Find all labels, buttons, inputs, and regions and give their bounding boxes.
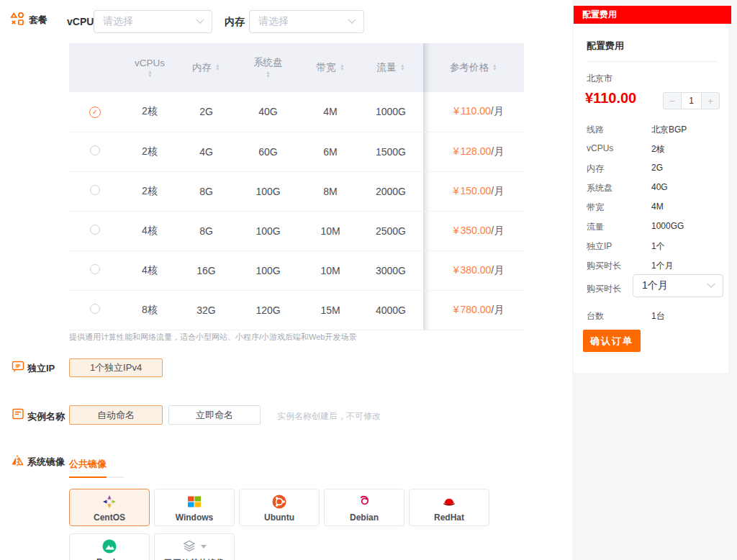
plan-memory: 2G — [178, 92, 234, 132]
summary-key: 流量 — [587, 221, 651, 233]
plan-price: ¥128.00/月 — [423, 132, 524, 171]
summary-value: 1000GG — [651, 221, 684, 233]
plan-cpu: 4核 — [121, 250, 178, 290]
plan-traffic: 1000G — [358, 92, 423, 132]
memory-filter-label: 内存 — [225, 16, 245, 29]
summary-value: 2核 — [651, 143, 665, 155]
instance-name-hint: 实例名称创建后，不可修改 — [277, 410, 381, 423]
summary-row: 流量 1000GG — [587, 221, 718, 233]
vcpu-filter-select[interactable]: 请选择 — [94, 10, 212, 33]
memory-filter-placeholder: 请选择 — [258, 15, 289, 28]
rocky-logo-icon — [101, 538, 117, 554]
os-card-ubuntu[interactable]: Ubuntu — [239, 489, 320, 526]
plan-row[interactable]: 4核 8G 100G 10M 2500G ¥350.00/月 — [69, 211, 524, 250]
summary-row: vCPUs 2核 — [587, 143, 718, 155]
plan-row[interactable]: ✓ 2核 2G 40G 4M 1000G ¥110.00/月 — [69, 92, 524, 132]
duration-select[interactable]: 1个月 — [633, 274, 723, 297]
chevron-down-icon — [348, 16, 356, 24]
plan-traffic: 1500G — [358, 132, 423, 171]
ip-option-button[interactable]: 1个独立IPv4 — [69, 358, 163, 377]
plan-row[interactable]: 8核 32G 120G 15M 4000G ¥780.00/月 — [69, 290, 524, 330]
radio-icon[interactable] — [90, 304, 100, 314]
plan-memory: 16G — [178, 250, 234, 290]
plan-bandwidth: 10M — [302, 250, 358, 290]
redhat-logo-icon — [441, 494, 457, 510]
plan-bandwidth: 10M — [302, 211, 358, 250]
confirm-order-button[interactable]: 确认订单 — [583, 330, 641, 352]
instance-name-section-label: 实例名称 — [27, 410, 65, 423]
tab-public-images[interactable]: 公共镜像 — [69, 458, 107, 478]
buy-server-page: 套餐 vCPU 请选择 内存 请选择 vCPUs ▲▼ 内存 ▲▼ — [0, 0, 737, 560]
region-label: 北京市 — [587, 73, 612, 85]
os-card-centos[interactable]: CentOS — [69, 489, 150, 526]
plan-row[interactable]: 2核 4G 60G 6M 1500G ¥128.00/月 — [69, 132, 524, 171]
radio-icon[interactable] — [90, 145, 100, 155]
os-card-redhat[interactable]: RedHat — [409, 489, 489, 526]
column-header-bandwidth[interactable]: 带宽 ▲▼ — [302, 43, 358, 92]
column-header-vcpus[interactable]: vCPUs ▲▼ — [121, 43, 178, 92]
cost-summary-card: 配置费用 北京市 ¥110.00 − 1 + 线路 北京BGP vCPUs 2核… — [574, 24, 728, 373]
summary-row: 线路 北京BGP — [587, 124, 718, 136]
quantity-minus-button[interactable]: − — [663, 92, 682, 109]
plans-note: 提供通用计算性能和网络流量，适合小型网站、小程序/小游戏后端和Web开发场景 — [69, 332, 356, 343]
plan-cpu: 4核 — [121, 211, 178, 250]
plan-disk: 100G — [234, 171, 302, 211]
radio-icon[interactable] — [90, 264, 100, 274]
plan-cpu: 2核 — [121, 132, 178, 171]
os-card-label: 已开放其他镜像 — [164, 557, 225, 560]
radio-icon[interactable] — [90, 225, 100, 235]
plan-disk: 100G — [234, 211, 302, 250]
column-header-disk[interactable]: 系统盘 ▲▼ — [234, 43, 302, 92]
summary-row: 购买时长 1个月 — [587, 260, 718, 272]
summary-row: 系统盘 40G — [587, 182, 718, 194]
summary-value: 北京BGP — [651, 124, 687, 136]
plan-row[interactable]: 2核 8G 100G 8M 2000G ¥150.00/月 — [69, 171, 524, 211]
units-label: 台数 — [587, 310, 604, 322]
system-image-section-label: 系统镜像 — [27, 456, 65, 469]
summary-key: 购买时长 — [587, 260, 651, 272]
plan-price: ¥780.00/月 — [423, 290, 524, 330]
column-header-memory[interactable]: 内存 ▲▼ — [178, 43, 234, 92]
vcpu-filter-label: vCPU — [67, 16, 94, 27]
chevron-down-icon — [196, 16, 204, 24]
plan-price: ¥350.00/月 — [423, 211, 524, 250]
os-card-more-images[interactable]: 已开放其他镜像 — [154, 533, 235, 560]
summary-key: 内存 — [587, 163, 651, 175]
caret-down-icon — [201, 545, 207, 548]
package-section-label: 套餐 — [29, 14, 48, 27]
os-card-label: Ubuntu — [264, 512, 294, 523]
plan-price: ¥380.00/月 — [423, 250, 524, 290]
ip-icon: IP — [12, 360, 24, 373]
duration-value: 1个月 — [642, 279, 668, 292]
cost-summary-title: 配置费用 — [587, 40, 624, 53]
summary-value: 1个 — [651, 240, 665, 253]
radio-checked-icon[interactable]: ✓ — [89, 107, 101, 118]
quantity-plus-button[interactable]: + — [701, 92, 720, 109]
column-header-traffic[interactable]: 流量 ▲▼ — [358, 43, 423, 92]
summary-key: 线路 — [587, 124, 651, 136]
summary-value: 1个月 — [651, 260, 674, 272]
os-card-rocky[interactable]: Rocky — [69, 533, 150, 560]
radio-icon[interactable] — [90, 185, 100, 195]
sort-icon: ▲▼ — [492, 64, 497, 72]
sort-icon: ▲▼ — [215, 64, 220, 72]
os-card-debian[interactable]: Debian — [324, 489, 404, 526]
auto-name-button[interactable]: 自动命名 — [69, 405, 163, 425]
memory-filter-select[interactable]: 请选择 — [249, 10, 364, 33]
column-header-price[interactable]: 参考价格 ▲▼ — [423, 43, 524, 92]
plan-row[interactable]: 4核 16G 100G 10M 3000G ¥380.00/月 — [69, 250, 524, 290]
chevron-down-icon — [707, 280, 715, 288]
cost-summary-banner: 配置费用 — [574, 6, 731, 24]
plan-disk: 100G — [234, 250, 302, 290]
configuration-main: 套餐 vCPU 请选择 内存 请选择 vCPUs ▲▼ 内存 ▲▼ — [0, 0, 572, 560]
header-label: 流量 — [377, 61, 397, 74]
manual-name-button[interactable]: 立即命名 — [168, 405, 261, 425]
summary-key: 带宽 — [587, 202, 651, 214]
layers-icon — [182, 539, 196, 554]
plan-disk: 60G — [234, 132, 302, 171]
os-card-windows[interactable]: Windows — [154, 489, 235, 526]
plan-cpu: 8核 — [121, 290, 178, 330]
quantity-value[interactable]: 1 — [682, 92, 701, 109]
summary-row: 带宽 4M — [587, 202, 718, 214]
header-label: vCPUs — [135, 58, 165, 68]
